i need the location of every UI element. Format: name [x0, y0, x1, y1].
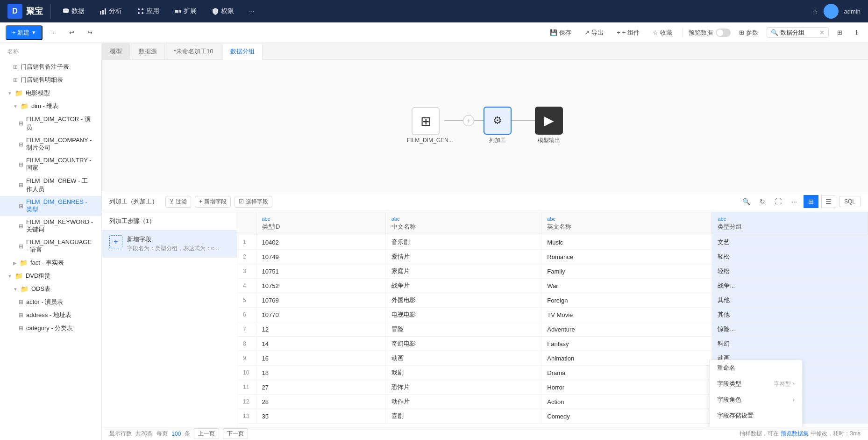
table-row[interactable]: 3 10751 家庭片 Family 轻松	[237, 264, 868, 279]
content-area: 模型 数据源 *未命名加工10 数据分组 ⊞ FILM_DIM_GEN...	[102, 43, 868, 440]
sidebar-item-movie-model[interactable]: ▼ 📁 电影模型	[0, 87, 101, 100]
nav-data[interactable]: 数据	[55, 0, 92, 22]
nav-more[interactable]: ···	[242, 0, 262, 22]
flow-node-source[interactable]: ⊞ FILM_DIM_GEN...	[407, 107, 444, 144]
svg-rect-1	[100, 11, 101, 14]
col-cn-name-header[interactable]: abc 中文名称	[385, 212, 541, 235]
col-type-group-header[interactable]: abc 类型分组	[712, 212, 868, 235]
step-item-add-field[interactable]: + 新增字段 字段名为：类型分组，表达式为：case when ...	[102, 231, 237, 258]
new-button[interactable]: + 新建 ▼	[6, 25, 43, 40]
more-options-button[interactable]: ···	[46, 27, 61, 38]
table-row[interactable]: 1 10402 音乐剧 Music 文艺	[237, 235, 868, 250]
row-num-cell: 2	[237, 250, 256, 264]
sidebar-item-dvd[interactable]: ▼ 📁 DVD租赁	[0, 269, 101, 282]
row-type-id-cell: 18	[256, 366, 385, 380]
table-row[interactable]: 7 12 冒险 Adventure 惊险...	[237, 322, 868, 337]
split-panel: 列加工步骤（1） + 新增字段 字段名为：类型分组，表达式为：case when…	[102, 212, 868, 427]
select-field-button[interactable]: ☑ 选择字段	[235, 196, 272, 208]
more-panel-icon[interactable]: ···	[788, 195, 801, 208]
refresh-icon[interactable]: ↻	[756, 195, 769, 208]
source-node-box[interactable]: ⊞	[412, 107, 440, 135]
add-node-button[interactable]: +	[463, 115, 474, 126]
tab-model[interactable]: 模型	[102, 43, 130, 59]
table-icon: ⊞	[19, 203, 23, 209]
export-button[interactable]: ↗ 导出	[580, 27, 608, 39]
sidebar-item-ods-category[interactable]: ⊞ category - 分类表	[0, 322, 101, 335]
user-avatar[interactable]	[824, 4, 839, 19]
search-panel-icon[interactable]: 🔍	[740, 195, 753, 208]
favorite-button[interactable]: ☆ 收藏	[648, 27, 677, 39]
search-input[interactable]	[780, 29, 818, 36]
preview-switch[interactable]	[716, 29, 731, 37]
view-mode-button[interactable]: ⊞	[832, 27, 847, 38]
menu-item-字段存储设置[interactable]: 字段存储设置	[710, 408, 802, 424]
params-button[interactable]: ⊞ 参数	[734, 27, 763, 39]
table-row[interactable]: 2 10749 爱情片 Romance 轻松	[237, 250, 868, 264]
favorite-icon[interactable]: ☆	[812, 8, 818, 15]
menu-item-显示格式[interactable]: 显示格式自动 ›	[710, 424, 802, 427]
chevron-icon: ▼	[13, 104, 18, 109]
table-view-button[interactable]: ⊞	[804, 195, 818, 208]
sql-button[interactable]: SQL	[839, 196, 861, 207]
next-page-button[interactable]: 下一页	[223, 428, 248, 439]
sidebar-item-store-detail[interactable]: ⊞ 门店销售明细表	[0, 73, 101, 87]
sidebar-item-ods-address[interactable]: ⊞ address - 地址表	[0, 309, 101, 322]
sidebar-item-keyword[interactable]: ⊞ FILM_DIM_KEYWORD - 关键词	[0, 216, 101, 236]
sidebar-item-company[interactable]: ⊞ FILM_DIM_COMPANY - 制片公司	[0, 134, 101, 154]
undo-button[interactable]: ↩	[64, 27, 79, 38]
col-name-label: 英文名称	[547, 223, 571, 230]
table-row[interactable]: 6 10770 电视电影 TV Movie 其他	[237, 308, 868, 322]
nav-apps[interactable]: 应用	[129, 0, 167, 22]
menu-item-字段类型[interactable]: 字段类型字符型 ›	[710, 376, 802, 392]
per-page-select[interactable]: 100	[171, 431, 181, 437]
redo-button[interactable]: ↪	[83, 27, 97, 38]
col-type-id-header[interactable]: abc 类型ID	[256, 212, 385, 235]
nav-analysis[interactable]: 分析	[92, 0, 129, 22]
sidebar-item-dim[interactable]: ▼ 📁 dim - 维表	[0, 100, 101, 113]
logo-area[interactable]: D 聚宝	[7, 4, 51, 19]
row-type-id-cell: 10769	[256, 293, 385, 308]
search-clear-icon[interactable]: ✕	[819, 29, 825, 36]
output-node-box[interactable]: ▶	[535, 107, 563, 135]
sidebar-item-actor[interactable]: ⊞ FILM_DIM_ACTOR - 演员	[0, 113, 101, 134]
sidebar-item-genres[interactable]: ⊞ FILM_DIM_GENRES - 类型	[0, 196, 101, 216]
menu-item-字段角色[interactable]: 字段角色›	[710, 392, 802, 408]
row-num-cell: 1	[237, 235, 256, 250]
nav-permissions[interactable]: 权限	[204, 0, 242, 22]
sidebar-item-store-sub[interactable]: ⊞ 门店销售备注子表	[0, 60, 101, 73]
info-button[interactable]: ℹ	[851, 27, 862, 38]
table-row[interactable]: 4 10752 战争片 War 战争...	[237, 279, 868, 293]
prev-page-button[interactable]: 上一页	[194, 428, 219, 439]
params-label: 参数	[746, 29, 758, 37]
menu-item-重命名[interactable]: 重命名	[710, 360, 802, 376]
sidebar-item-country[interactable]: ⊞ FILM_DIM_COUNTRY - 国家	[0, 154, 101, 174]
tab-unnamed[interactable]: *未命名加工10	[166, 43, 221, 59]
sidebar-item-ods-actor[interactable]: ⊞ actor - 演员表	[0, 296, 101, 309]
flow-node-output[interactable]: ▶ 模型输出	[535, 107, 563, 144]
list-view-button[interactable]: ☰	[821, 195, 836, 208]
tab-datagroup[interactable]: 数据分组	[222, 43, 263, 60]
nav-extend[interactable]: 扩展	[167, 0, 204, 22]
tab-datasource[interactable]: 数据源	[131, 43, 165, 59]
sidebar-item-crew[interactable]: ⊞ FILM_DIM_CREW - 工作人员	[0, 174, 101, 196]
save-button[interactable]: 💾 保存	[545, 27, 576, 39]
col-en-name-header[interactable]: abc 英文名称	[541, 212, 712, 235]
sidebar-item-fact[interactable]: ▶ 📁 fact - 事实表	[0, 256, 101, 269]
export-icon: ↗	[584, 29, 590, 36]
widget-label: + 组件	[622, 29, 640, 37]
search-box[interactable]: 🔍 ✕	[767, 27, 829, 38]
preview-dataset-link[interactable]: 预览数据集	[781, 430, 809, 438]
process-node-box[interactable]: ⚙	[484, 107, 512, 135]
sidebar-item-label: DVD租赁	[26, 272, 50, 280]
widget-button[interactable]: + + 组件	[612, 27, 644, 39]
sidebar-item-language[interactable]: ⊞ FILM_DIM_LANGUAGE - 语言	[0, 236, 101, 256]
row-en-name-cell: TV Movie	[541, 308, 712, 322]
expand-icon[interactable]: ⛶	[772, 195, 785, 208]
sidebar-item-ods[interactable]: ▼ 📁 ODS表	[0, 282, 101, 296]
table-row[interactable]: 5 10769 外国电影 Foreign 其他	[237, 293, 868, 308]
flow-node-process[interactable]: ⚙ 列加工	[484, 107, 512, 144]
row-cn-name-cell: 奇幻电影	[385, 337, 541, 351]
add-field-button[interactable]: + 新增字段	[195, 196, 231, 208]
table-row[interactable]: 8 14 奇幻电影 Fantasy 科幻	[237, 337, 868, 351]
filter-button[interactable]: ⊻ 过滤	[165, 196, 191, 208]
